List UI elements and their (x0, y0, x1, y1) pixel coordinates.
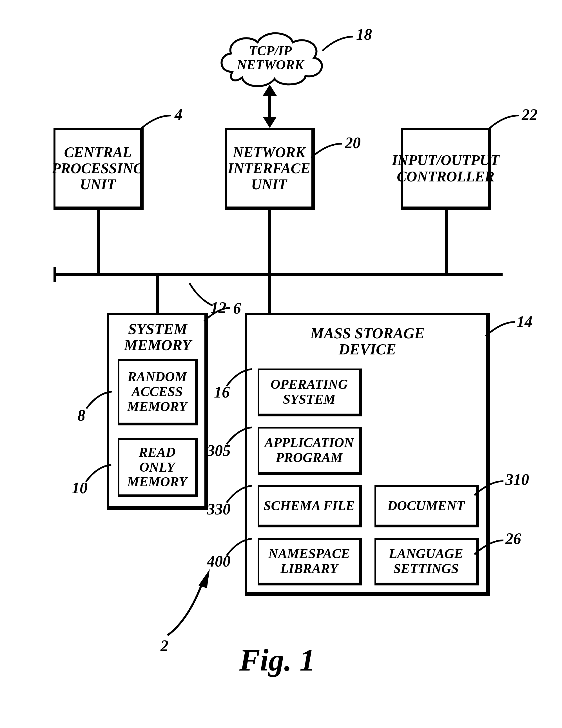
ref-leader-cpu (139, 113, 172, 132)
document-block: DOCUMENT (374, 485, 479, 527)
ref-ram: 8 (77, 406, 85, 424)
document-label: DOCUMENT (387, 498, 465, 513)
language-settings-block: LANGUAGE SETTINGS (374, 538, 479, 585)
ref-leader-lang (473, 538, 504, 558)
ram-label: RANDOM ACCESS MEMORY (122, 369, 193, 414)
mass-storage-title: MASS STORAGE DEVICE (304, 325, 431, 357)
cpu-block: CENTRAL PROCESSING UNIT (54, 128, 144, 210)
svg-marker-2 (199, 569, 210, 588)
figure-caption: Fig. 1 (239, 642, 315, 678)
system-memory-title: SYSTEM MEMORY (113, 321, 203, 353)
app-program-block: APPLICATION PROGRAM (258, 427, 362, 475)
ram-block: RANDOM ACCESS MEMORY (118, 359, 198, 425)
schema-file-label: SCHEMA FILE (264, 498, 355, 513)
io-label: INPUT/OUTPUT CONTROLLER (392, 152, 499, 184)
cpu-label: CENTRAL PROCESSING UNIT (52, 144, 144, 193)
io-controller-block: INPUT/OUTPUT CONTROLLER (401, 128, 491, 210)
ref-mass-storage: 14 (517, 313, 532, 331)
ref-sys-mem: 6 (233, 299, 241, 317)
ref-leader-io (486, 113, 520, 132)
ref-leader-nic (310, 141, 343, 161)
rom-block: READ ONLY MEMORY (118, 438, 198, 497)
nic-label: NETWORK INTERFACE UNIT (228, 144, 310, 193)
namespace-library-label: NAMESPACE LIBRARY (262, 546, 357, 576)
svg-marker-1 (263, 117, 277, 128)
ref-lang-settings: 26 (505, 530, 521, 548)
network-cloud-label: TCP/IP NETWORK (231, 44, 310, 72)
ref-network-cloud: 18 (356, 25, 372, 43)
ref-leader-sysmem (203, 306, 231, 324)
language-settings-label: LANGUAGE SETTINGS (378, 546, 474, 576)
ref-leader-system (156, 566, 210, 637)
ref-schema-file: 330 (207, 500, 231, 518)
arrowhead-down-icon (263, 117, 277, 128)
ref-leader-ram (85, 389, 113, 410)
ref-os: 16 (214, 383, 230, 401)
schema-file-block: SCHEMA FILE (258, 485, 362, 527)
os-label: OPERATING SYSTEM (262, 377, 357, 407)
ref-io: 22 (522, 106, 537, 124)
ref-ns-library: 400 (207, 552, 231, 570)
ref-leader-doc (473, 479, 504, 499)
figure-canvas: TCP/IP NETWORK 18 CENTRAL PROCESSING UNI… (0, 0, 562, 728)
os-block: OPERATING SYSTEM (258, 369, 362, 416)
nic-block: NETWORK INTERFACE UNIT (225, 128, 315, 210)
ref-leader-mass (484, 320, 515, 339)
ref-document: 310 (505, 470, 529, 489)
ref-leader-rom (85, 462, 113, 483)
ref-rom: 10 (72, 479, 88, 497)
ref-system: 2 (161, 637, 168, 655)
rom-label: READ ONLY MEMORY (122, 445, 193, 489)
system-bus-line (54, 273, 503, 276)
ref-cpu: 4 (175, 106, 183, 124)
namespace-library-block: NAMESPACE LIBRARY (258, 538, 362, 585)
ref-leader-cloud (321, 34, 355, 54)
ref-app-prog: 305 (207, 441, 231, 460)
ref-nic: 20 (345, 134, 361, 152)
app-program-label: APPLICATION PROGRAM (262, 435, 357, 465)
